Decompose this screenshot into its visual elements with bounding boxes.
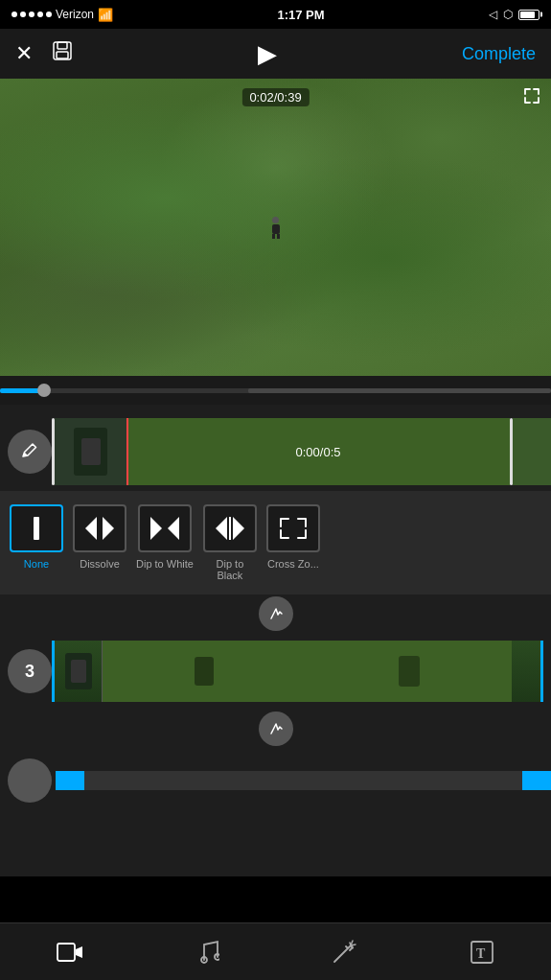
video-nav-button[interactable] (57, 941, 83, 964)
none-label: None (24, 558, 49, 570)
battery-icon (518, 10, 540, 20)
wifi-icon: 📶 (98, 8, 113, 22)
svg-marker-6 (150, 517, 162, 540)
svg-marker-12 (76, 946, 82, 958)
transition-selector: None Dissolve Dip to White (0, 491, 551, 595)
figure-overlay (267, 217, 285, 238)
playhead-marker (126, 418, 128, 485)
video-timecode: 0:02/0:39 (241, 88, 309, 106)
svg-rect-2 (57, 52, 68, 58)
cross-zoom-label: Cross Zo... (267, 558, 319, 570)
time-display: 1:17 PM (277, 8, 324, 22)
transition-dip-white[interactable]: Dip to White (136, 504, 194, 570)
dip-white-label: Dip to White (136, 558, 194, 570)
clip3-placeholder (8, 758, 52, 803)
svg-marker-8 (216, 517, 227, 540)
complete-button[interactable]: Complete (462, 44, 536, 64)
carrier-label: Verizon (56, 8, 94, 21)
svg-marker-5 (103, 517, 114, 540)
music-nav-button[interactable] (196, 939, 219, 966)
dissolve-label: Dissolve (80, 558, 120, 570)
bluetooth-icon: ⬡ (503, 8, 513, 21)
svg-rect-1 (57, 42, 67, 49)
clip2-middle (103, 641, 512, 702)
connector1 (0, 595, 551, 633)
svg-marker-9 (233, 517, 244, 540)
svg-text:T: T (476, 946, 486, 961)
video-preview: 0:02/0:39 (0, 79, 551, 376)
transition-cross-zoom[interactable]: Cross Zo... (266, 504, 320, 570)
connector-dot-2[interactable] (259, 712, 293, 746)
clip1-strip-overflow (513, 418, 551, 485)
status-right: ◁ ⬡ (489, 8, 540, 21)
svg-marker-4 (85, 517, 97, 540)
scrubber-thumb[interactable] (37, 384, 51, 397)
svg-rect-3 (34, 517, 39, 540)
clip1-strip-area: 0:00/0:5 (0, 405, 551, 491)
transition-none[interactable]: None (10, 504, 63, 570)
clip2-thumbnail-right (512, 641, 540, 702)
status-left: Verizon 📶 (11, 8, 113, 22)
toolbar-left: ✕ (15, 40, 73, 67)
play-button[interactable]: ▶ (258, 39, 277, 69)
clip2-figure1 (195, 657, 214, 686)
clip1-timecode: 0:00/0:5 (296, 445, 341, 459)
status-bar: Verizon 📶 1:17 PM ◁ ⬡ (0, 0, 551, 29)
svg-marker-7 (168, 517, 179, 540)
cross-zoom-icon (266, 504, 320, 552)
transition-dip-black[interactable]: Dip to Black (203, 504, 257, 581)
connector-dot-1[interactable] (259, 596, 293, 631)
text-nav-button[interactable]: T (470, 940, 494, 965)
dip-black-icon (203, 504, 257, 552)
svg-rect-11 (57, 944, 75, 961)
clip3-area (0, 748, 551, 876)
connector2 (0, 710, 551, 748)
bottom-nav-bar: T (0, 922, 551, 980)
clip2-number-button[interactable]: 3 (8, 649, 52, 693)
close-button[interactable]: ✕ (15, 41, 33, 66)
save-button[interactable] (52, 40, 73, 67)
clip3-stub (56, 771, 551, 790)
fullscreen-button[interactable] (522, 86, 541, 110)
clip1-strip: 0:00/0:5 (52, 418, 513, 485)
clip1-thumbnail-left (55, 418, 126, 485)
clip2-thumbnail-left (55, 641, 103, 702)
clip3-strip-row (0, 752, 551, 809)
dip-white-icon (138, 504, 192, 552)
dissolve-icon (73, 504, 126, 552)
timeline-scrubber[interactable] (0, 376, 551, 405)
location-icon: ◁ (489, 8, 497, 21)
toolbar: ✕ ▶ Complete (0, 29, 551, 79)
edit-pencil-button[interactable] (8, 430, 52, 474)
transition-dissolve[interactable]: Dissolve (73, 504, 126, 570)
clip2-strip (52, 641, 543, 702)
edit-area: 0:00/0:5 None Dissolve (0, 405, 551, 876)
none-icon (10, 504, 63, 552)
clip1-strip-middle: 0:00/0:5 (126, 418, 510, 485)
dip-black-label: Dip to Black (217, 558, 244, 581)
clip2-figure2 (399, 656, 420, 687)
signal-dots (11, 12, 52, 17)
magic-nav-button[interactable] (332, 940, 356, 965)
clip2-strip-area: 3 (0, 633, 551, 710)
